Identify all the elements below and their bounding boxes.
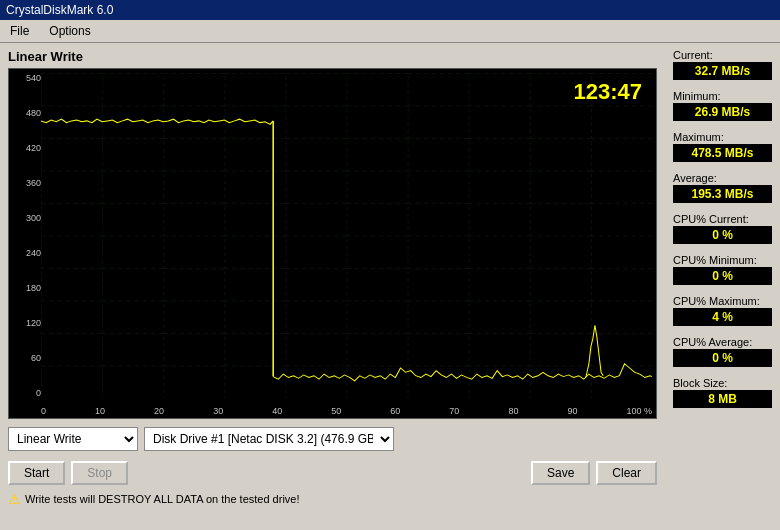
- x-axis: 0 10 20 30 40 50 60 70 80 90 100 %: [41, 404, 652, 418]
- clear-button[interactable]: Clear: [596, 461, 657, 485]
- button-row: Start Stop Save Clear: [8, 459, 657, 487]
- stat-minimum: Minimum: 26.9 MB/s: [673, 90, 772, 125]
- menu-bar: File Options: [0, 20, 780, 43]
- stat-cpu-average: CPU% Average: 0 %: [673, 336, 772, 371]
- main-content: Linear Write 540 480 420 360 300 240 180…: [0, 43, 780, 513]
- menu-file[interactable]: File: [4, 22, 35, 40]
- average-value: 195.3 MB/s: [673, 185, 772, 203]
- save-button[interactable]: Save: [531, 461, 590, 485]
- chart-container: 540 480 420 360 300 240 180 120 60 0: [8, 68, 657, 419]
- cpu-average-value: 0 %: [673, 349, 772, 367]
- chart-timer: 123:47: [573, 79, 642, 105]
- minimum-label: Minimum:: [673, 90, 772, 102]
- cpu-current-value: 0 %: [673, 226, 772, 244]
- maximum-value: 478.5 MB/s: [673, 144, 772, 162]
- right-panel: Current: 32.7 MB/s Minimum: 26.9 MB/s Ma…: [665, 43, 780, 513]
- mode-dropdown[interactable]: Linear Write Linear Read Random Write Ra…: [8, 427, 138, 451]
- y-axis: 540 480 420 360 300 240 180 120 60 0: [11, 73, 41, 398]
- title-bar: CrystalDiskMark 6.0: [0, 0, 780, 20]
- cpu-current-label: CPU% Current:: [673, 213, 772, 225]
- drive-dropdown[interactable]: Disk Drive #1 [Netac DISK 3.2] (476.9 GB…: [144, 427, 394, 451]
- cpu-minimum-value: 0 %: [673, 267, 772, 285]
- start-button[interactable]: Start: [8, 461, 65, 485]
- stat-block-size: Block Size: 8 MB: [673, 377, 772, 412]
- current-value: 32.7 MB/s: [673, 62, 772, 80]
- warning-row: ⚠ Write tests will DESTROY ALL DATA on t…: [8, 491, 657, 507]
- warning-icon: ⚠: [8, 491, 21, 507]
- cpu-maximum-value: 4 %: [673, 308, 772, 326]
- stat-cpu-current: CPU% Current: 0 %: [673, 213, 772, 248]
- stop-button[interactable]: Stop: [71, 461, 128, 485]
- current-label: Current:: [673, 49, 772, 61]
- stat-cpu-maximum: CPU% Maximum: 4 %: [673, 295, 772, 330]
- block-size-label: Block Size:: [673, 377, 772, 389]
- stat-maximum: Maximum: 478.5 MB/s: [673, 131, 772, 166]
- stat-current: Current: 32.7 MB/s: [673, 49, 772, 84]
- cpu-maximum-label: CPU% Maximum:: [673, 295, 772, 307]
- chart-title: Linear Write: [8, 49, 657, 64]
- menu-options[interactable]: Options: [43, 22, 96, 40]
- block-size-value: 8 MB: [673, 390, 772, 408]
- title-label: CrystalDiskMark 6.0: [6, 3, 113, 17]
- cpu-average-label: CPU% Average:: [673, 336, 772, 348]
- chart-svg: [41, 73, 652, 398]
- stat-cpu-minimum: CPU% Minimum: 0 %: [673, 254, 772, 289]
- stat-average: Average: 195.3 MB/s: [673, 172, 772, 207]
- maximum-label: Maximum:: [673, 131, 772, 143]
- minimum-value: 26.9 MB/s: [673, 103, 772, 121]
- average-label: Average:: [673, 172, 772, 184]
- cpu-minimum-label: CPU% Minimum:: [673, 254, 772, 266]
- warning-text: Write tests will DESTROY ALL DATA on the…: [25, 493, 300, 505]
- chart-inner: 123:47: [41, 73, 652, 398]
- left-panel: Linear Write 540 480 420 360 300 240 180…: [0, 43, 665, 513]
- controls-row: Linear Write Linear Read Random Write Ra…: [8, 425, 657, 453]
